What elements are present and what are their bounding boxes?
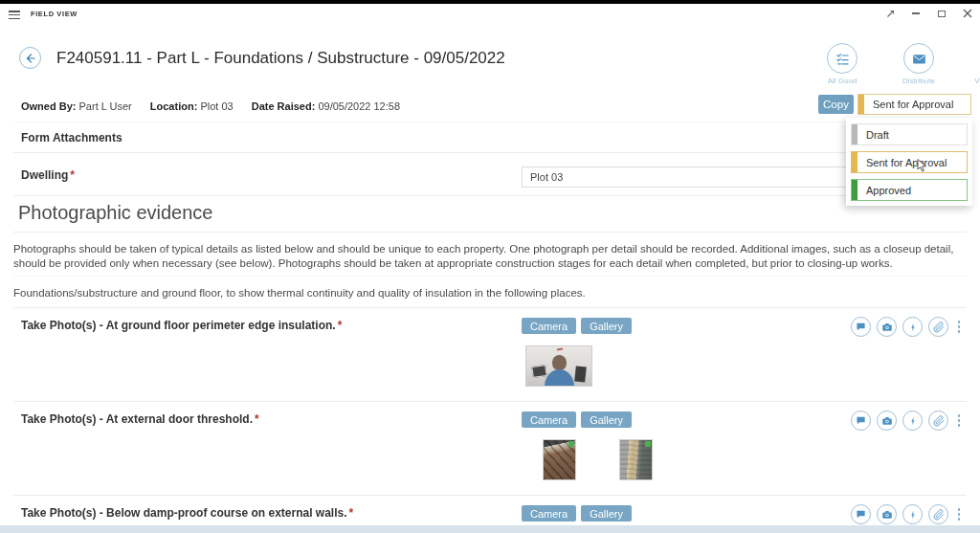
photo-row-label: Take Photo(s) - Below damp-proof course … — [21, 506, 353, 520]
required-marker: * — [70, 168, 75, 182]
status-dropdown-field[interactable]: Sent for Approval — [858, 94, 971, 115]
paperclip-icon[interactable] — [928, 317, 948, 337]
photo-intro-text: Photographs should be taken of typical d… — [13, 242, 963, 270]
owned-by-label: Owned By: — [21, 100, 76, 112]
checklist-icon — [827, 43, 858, 74]
date-raised-value: 09/05/2022 12:58 — [318, 100, 400, 112]
camera-button[interactable]: Camera — [522, 505, 576, 522]
sync-badge — [645, 441, 651, 447]
camera-icon[interactable] — [877, 504, 897, 524]
required-marker: * — [255, 412, 259, 426]
page-title: F240591.11 - Part L - Foundations / Subs… — [56, 49, 505, 68]
divider — [13, 401, 967, 402]
required-marker: * — [349, 506, 354, 520]
form-attachments-heading: Form Attachments — [21, 131, 122, 144]
dwelling-label: Dwelling* — [21, 168, 75, 182]
divider — [13, 495, 967, 496]
status-option-draft[interactable]: Draft — [851, 123, 968, 145]
photo-thumbnail[interactable] — [525, 345, 592, 387]
paperclip-icon[interactable] — [928, 504, 948, 524]
more-options-icon[interactable] — [954, 506, 964, 523]
divider — [13, 122, 967, 122]
view-report-button[interactable]: View Report — [968, 43, 980, 85]
distribute-button[interactable]: Distribute — [891, 43, 947, 85]
sent-color-stripe — [852, 152, 858, 172]
lightning-icon[interactable] — [902, 317, 923, 337]
more-options-icon[interactable] — [954, 319, 964, 336]
status-color-stripe — [858, 95, 864, 114]
approved-color-stripe — [852, 180, 858, 200]
lightning-icon[interactable] — [902, 504, 923, 524]
approved-option-label: Approved — [866, 185, 911, 196]
gallery-button[interactable]: Gallery — [581, 318, 632, 334]
next-row-edge — [0, 525, 980, 533]
field-view-window: FIELD VIEW F240591.11 - Part L - Foundat… — [0, 0, 980, 533]
more-options-icon[interactable] — [954, 412, 964, 430]
view-report-label: View Report — [974, 77, 980, 85]
divider — [13, 307, 967, 308]
date-raised-label: Date Raised: — [252, 100, 316, 112]
back-button[interactable] — [19, 47, 41, 69]
divider — [13, 152, 967, 153]
comment-icon[interactable] — [851, 504, 871, 524]
camera-button[interactable]: Camera — [522, 318, 576, 334]
close-button[interactable] — [961, 7, 974, 20]
photo-thumbnail[interactable] — [543, 439, 576, 480]
sent-option-label: Sent for Approval — [866, 157, 947, 168]
draft-color-stripe — [852, 124, 858, 144]
divider — [13, 232, 967, 233]
minimize-button[interactable] — [909, 7, 923, 20]
fullscreen-icon[interactable] — [883, 7, 897, 20]
required-marker: * — [338, 319, 343, 332]
paperclip-icon[interactable] — [928, 411, 948, 431]
status-value: Sent for Approval — [873, 99, 953, 110]
photo-thumbnail[interactable] — [619, 439, 653, 480]
lightning-icon[interactable] — [902, 411, 923, 431]
window-titlebar: FIELD VIEW — [0, 4, 980, 23]
restore-button[interactable] — [935, 7, 948, 20]
sync-badge — [568, 441, 574, 447]
camera-icon[interactable] — [877, 317, 897, 337]
divider — [13, 195, 967, 196]
owned-by-value: Part L User — [79, 100, 132, 112]
menu-icon[interactable] — [9, 9, 20, 18]
photographic-evidence-heading: Photographic evidence — [18, 202, 212, 224]
draft-option-label: Draft — [866, 129, 889, 141]
form-meta: Owned By: Part L User Location: Plot 03 … — [21, 100, 400, 112]
all-good-label: All Good — [828, 77, 858, 85]
mouse-cursor — [917, 159, 927, 172]
divider — [13, 276, 967, 277]
camera-icon[interactable] — [877, 411, 897, 431]
photo-row-label: Take Photo(s) - At external door thresho… — [21, 412, 259, 426]
distribute-label: Distribute — [902, 77, 935, 85]
camera-button[interactable]: Camera — [522, 411, 576, 428]
location-value: Plot 03 — [200, 100, 233, 112]
status-dropdown-menu: Draft Sent for Approval Approved — [846, 118, 972, 206]
gallery-button[interactable]: Gallery — [581, 505, 632, 522]
status-option-sent-for-approval[interactable]: Sent for Approval — [851, 151, 968, 173]
copy-button[interactable]: Copy — [818, 95, 854, 114]
photo-note-text: Foundations/substructure and ground floo… — [13, 286, 963, 300]
all-good-button[interactable]: All Good — [814, 43, 870, 85]
gallery-button[interactable]: Gallery — [581, 411, 632, 428]
envelope-icon — [903, 43, 934, 74]
comment-icon[interactable] — [851, 317, 871, 337]
photo-row-label: Take Photo(s) - At ground floor perimete… — [21, 319, 342, 332]
comment-icon[interactable] — [851, 411, 871, 431]
location-label: Location: — [150, 100, 198, 112]
status-option-approved[interactable]: Approved — [851, 179, 968, 201]
app-title: FIELD VIEW — [31, 10, 78, 18]
